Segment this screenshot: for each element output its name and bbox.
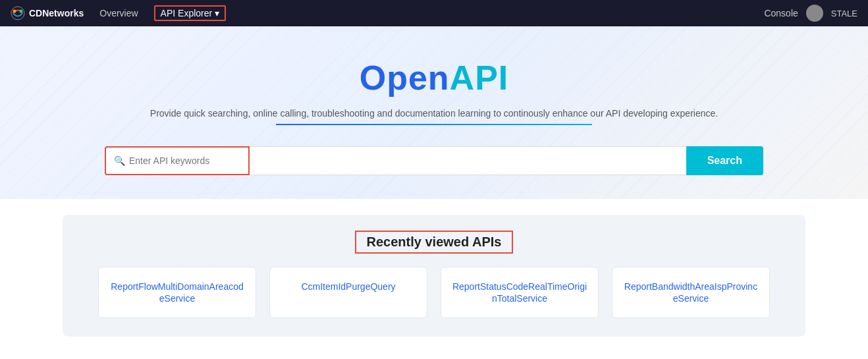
search-main-input[interactable] [250, 146, 686, 175]
api-card[interactable]: CcmItemIdPurgeQuery [269, 267, 427, 318]
console-label[interactable]: Console [764, 8, 798, 18]
search-button[interactable]: Search [686, 146, 763, 175]
recently-viewed-title-wrap: Recently viewed APIs [84, 231, 784, 254]
hero-underline [276, 124, 592, 125]
navbar: CDNetworks Overview API Explorer ▾ Conso… [0, 0, 868, 26]
avatar [806, 5, 823, 22]
api-card-name: ReportFlowMultiDomainAreacodeService [111, 281, 244, 304]
brand-logo-icon [11, 6, 25, 20]
recently-viewed-title: Recently viewed APIs [355, 231, 514, 254]
svg-point-1 [13, 10, 16, 13]
username-label: STALE [831, 9, 857, 18]
api-card-name: ReportBandwidthAreaIspProvinceService [624, 281, 757, 304]
search-icon: 🔍 [114, 155, 125, 166]
search-input-box[interactable]: 🔍 [105, 146, 250, 175]
svg-point-2 [20, 10, 23, 13]
search-keyword-input[interactable] [129, 155, 240, 166]
api-cards-container: ReportFlowMultiDomainAreacodeServiceCcmI… [84, 267, 784, 318]
hero-title: OpenAPI [0, 58, 868, 97]
nav-right: Console STALE [764, 5, 857, 22]
search-bar: 🔍 Search [105, 146, 763, 175]
nav-overview[interactable]: Overview [99, 8, 138, 18]
hero-subtitle-text: Provide quick searching, online calling,… [150, 108, 718, 119]
api-card-name: ReportStatusCodeRealTimeOriginTotalServi… [452, 281, 587, 304]
chevron-down-icon: ▾ [215, 8, 219, 18]
hero-subtitle: Provide quick searching, online calling,… [0, 108, 868, 119]
hero-title-open: Open [360, 59, 450, 97]
nav-api-explorer-label: API Explorer [161, 8, 213, 18]
brand-label: CDNetworks [29, 8, 84, 18]
brand: CDNetworks [11, 6, 84, 20]
hero-title-api: API [450, 59, 509, 97]
api-card[interactable]: ReportBandwidthAreaIspProvinceService [612, 267, 770, 318]
api-card-name: CcmItemIdPurgeQuery [301, 281, 395, 292]
nav-api-explorer[interactable]: API Explorer ▾ [154, 5, 227, 21]
recently-viewed-section: Recently viewed APIs ReportFlowMultiDoma… [63, 215, 805, 337]
hero-section: OpenAPI Provide quick searching, online … [0, 26, 868, 199]
api-card[interactable]: ReportStatusCodeRealTimeOriginTotalServi… [441, 267, 599, 318]
api-card[interactable]: ReportFlowMultiDomainAreacodeService [98, 267, 256, 318]
